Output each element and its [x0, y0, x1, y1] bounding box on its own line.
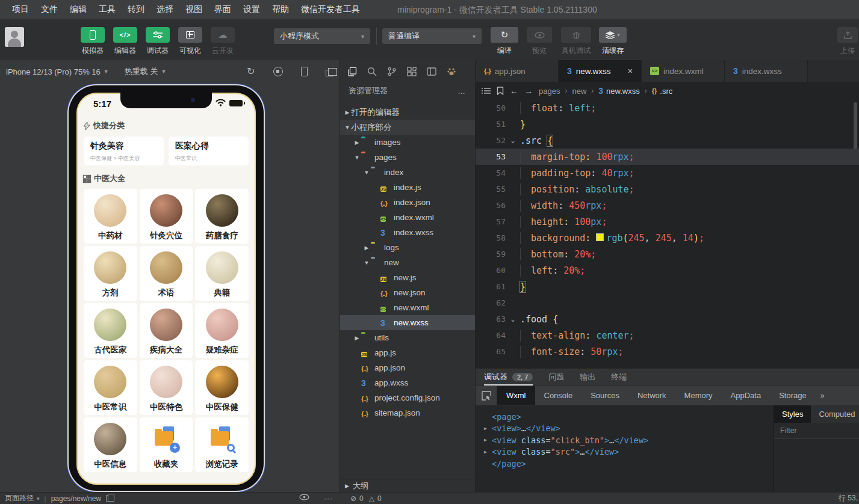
- breadcrumb-item-new.wxss[interactable]: 3new.wxss: [598, 87, 639, 96]
- grid-item[interactable]: 中药材: [84, 189, 137, 244]
- fold-chevron-icon[interactable]: ⌄: [506, 315, 520, 323]
- back-arrow-icon[interactable]: ←: [510, 86, 518, 96]
- editor-scrollbar[interactable]: [854, 102, 857, 149]
- menu-item-微信开发者工具[interactable]: 微信开发者工具: [295, 4, 366, 15]
- files-icon[interactable]: [347, 67, 357, 76]
- code-line-51[interactable]: 51}: [476, 116, 859, 132]
- wxml-line[interactable]: <page>: [484, 411, 774, 423]
- hot-reload-select[interactable]: 热重载 关 ▼: [125, 66, 167, 77]
- panel-tab-调试器[interactable]: 调试器2, 7: [484, 369, 533, 386]
- compile-button[interactable]: ↻ 编译: [489, 27, 520, 56]
- more-tabs-icon[interactable]: »: [816, 392, 830, 400]
- devtools-tab-Wxml[interactable]: Wxml: [497, 386, 535, 405]
- extensions-icon[interactable]: [407, 67, 417, 76]
- grid-item[interactable]: 浏览记录: [195, 417, 249, 472]
- tree-item-index.wxss[interactable]: 3index.wxss: [340, 225, 475, 240]
- menu-item-视图[interactable]: 视图: [179, 4, 208, 15]
- inspect-element-button[interactable]: [476, 386, 497, 405]
- panel-tab-终端[interactable]: 终端: [611, 369, 627, 386]
- code-editor[interactable]: 50float: left;51}52⌄.src {53margin-top: …: [476, 100, 859, 368]
- menu-item-工具[interactable]: 工具: [93, 4, 122, 15]
- tree-item-打开的编辑器[interactable]: ▶打开的编辑器: [340, 105, 475, 120]
- code-line-65[interactable]: 65font-size: 50rpx;: [476, 343, 859, 360]
- code-line-62[interactable]: 62: [476, 295, 859, 311]
- tree-item-app.wxss[interactable]: 3app.wxss: [340, 375, 475, 390]
- wxml-line[interactable]: ▶<view class="src">…</view>: [484, 446, 774, 458]
- menu-item-文件[interactable]: 文件: [35, 4, 64, 15]
- tree-item-app.json[interactable]: {..}app.json: [340, 360, 475, 375]
- grid-item[interactable]: 古代医家: [84, 303, 137, 358]
- menu-item-设置[interactable]: 设置: [237, 4, 266, 15]
- bookmark-icon[interactable]: [497, 87, 504, 95]
- wxml-line[interactable]: ▶<view>…</view>: [484, 423, 774, 435]
- device-debug-button[interactable]: 真机调试: [557, 27, 595, 56]
- quick-card[interactable]: 医案心得中医常识: [169, 137, 249, 165]
- devtools-tab-AppData[interactable]: AppData: [722, 386, 771, 405]
- grid-item[interactable]: 疾病大全: [140, 303, 193, 358]
- code-line-61[interactable]: 61}: [476, 278, 859, 295]
- wxml-line[interactable]: </page>: [484, 458, 774, 470]
- tree-item-logs[interactable]: ▶logs: [340, 240, 475, 255]
- tree-item-new.json[interactable]: {..}new.json: [340, 285, 475, 300]
- grid-item[interactable]: 中医特色: [140, 360, 193, 415]
- tree-item-index.wxml[interactable]: <>index.wxml: [340, 210, 475, 225]
- page-path-select[interactable]: 页面路径 ▾: [5, 493, 40, 503]
- breadcrumb-item-.src[interactable]: {}.src: [652, 87, 673, 96]
- multi-window-icon[interactable]: [326, 70, 333, 76]
- grid-item[interactable]: 术语: [140, 246, 193, 301]
- wxml-tree[interactable]: <page>▶<view>…</view>▶<view class="click…: [476, 405, 774, 492]
- list-icon[interactable]: [482, 87, 491, 94]
- tree-item-new.js[interactable]: JSnew.js: [340, 270, 475, 285]
- git-branch-icon[interactable]: [387, 67, 397, 76]
- grid-item[interactable]: 中医常识: [84, 360, 137, 415]
- tab-index.wxss[interactable]: 3index.wxss: [725, 60, 808, 82]
- tree-item-project.config.json[interactable]: {..}project.config.json: [340, 390, 475, 405]
- tree-item-index.json[interactable]: {..}index.json: [340, 195, 475, 210]
- code-line-52[interactable]: 52⌄.src {: [476, 132, 859, 149]
- copy-icon[interactable]: [106, 495, 111, 502]
- breadcrumb-item-new[interactable]: new: [572, 87, 586, 96]
- tree-item-index[interactable]: ▼index: [340, 165, 475, 180]
- layout-preview-icon[interactable]: [427, 67, 436, 76]
- code-line-50[interactable]: 50float: left;: [476, 100, 859, 116]
- quick-card[interactable]: 针灸美容中医保健 > 中医美容: [84, 137, 164, 165]
- code-line-59[interactable]: 59bottom: 20%;: [476, 246, 859, 262]
- menu-item-选择[interactable]: 选择: [150, 4, 179, 15]
- tab-new.wxss[interactable]: 3new.wxss×: [559, 60, 642, 82]
- code-line-55[interactable]: 55position: absolute;: [476, 181, 859, 197]
- code-line-53[interactable]: 53margin-top: 100rpx;: [476, 149, 859, 165]
- code-line-56[interactable]: 56width: 450rpx;: [476, 197, 859, 214]
- devtools-tab-Network[interactable]: Network: [628, 386, 675, 405]
- forward-arrow-icon[interactable]: →: [524, 86, 533, 96]
- tree-item-index.js[interactable]: JSindex.js: [340, 180, 475, 195]
- grid-item[interactable]: 针灸穴位: [140, 189, 193, 244]
- more-options-icon[interactable]: ···: [324, 493, 333, 504]
- more-actions-icon[interactable]: …: [457, 87, 467, 96]
- menu-item-界面[interactable]: 界面: [208, 4, 237, 15]
- styles-tab-Computed[interactable]: Computed: [811, 405, 859, 423]
- tree-item-new.wxml[interactable]: <>new.wxml: [340, 300, 475, 315]
- code-line-58[interactable]: 58background: rgb(245, 245, 14);: [476, 230, 859, 246]
- tree-item-小程序部分[interactable]: ▼小程序部分: [340, 120, 475, 135]
- visualization-toggle-button[interactable]: 可视化: [176, 27, 205, 56]
- clear-cache-button[interactable]: ▾ 清缓存: [597, 27, 628, 56]
- cursor-position[interactable]: 行 53,: [839, 493, 858, 504]
- devtools-tab-Storage[interactable]: Storage: [770, 386, 816, 405]
- code-line-57[interactable]: 57height: 100px;: [476, 214, 859, 230]
- outline-section[interactable]: ▶ 大纲: [340, 479, 475, 492]
- problems-summary[interactable]: ⊘0 △0: [350, 493, 382, 504]
- tree-item-app.js[interactable]: JSapp.js: [340, 345, 475, 360]
- tab-app.json[interactable]: {..}app.json: [476, 60, 559, 82]
- plugin-paw-icon[interactable]: [447, 67, 456, 76]
- expand-arrow-icon[interactable]: ▶: [484, 437, 492, 443]
- tree-item-pages[interactable]: ▼pages: [340, 150, 475, 165]
- grid-item[interactable]: +收藏夹: [140, 417, 193, 472]
- phone-screen[interactable]: 5:17: [76, 93, 256, 485]
- grid-item[interactable]: 中医信息: [84, 417, 137, 472]
- close-icon[interactable]: ×: [628, 66, 633, 76]
- menu-item-帮助[interactable]: 帮助: [266, 4, 295, 15]
- tree-item-images[interactable]: ▶images: [340, 135, 475, 150]
- menu-item-项目[interactable]: 项目: [6, 4, 35, 15]
- styles-tab-Styles[interactable]: Styles: [774, 405, 811, 423]
- menu-item-转到[interactable]: 转到: [122, 4, 150, 15]
